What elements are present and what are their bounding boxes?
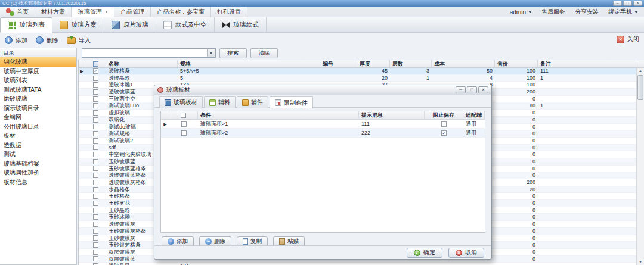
import-button[interactable]: 导入 (67, 36, 91, 45)
ribbon-tab[interactable]: 玻璃列表 (0, 17, 52, 33)
col-header-code[interactable]: 编号 (320, 60, 357, 67)
row-checkbox[interactable] (93, 180, 98, 185)
sidebar-item[interactable]: 测试 (0, 149, 76, 159)
top-tab[interactable]: 产品名称：参宝窗 (151, 7, 211, 17)
select-all-conditions-checkbox[interactable] (181, 113, 186, 118)
block-save-checkbox[interactable] (441, 130, 447, 136)
condition-row[interactable]: 玻璃面积>2222通用 (161, 129, 485, 138)
row-checkbox[interactable] (93, 117, 98, 123)
row-checkbox[interactable] (93, 194, 98, 199)
row-checkbox[interactable] (93, 103, 98, 108)
dialog-tab[interactable]: 限制条件 (270, 96, 313, 108)
row-checkbox[interactable] (93, 242, 98, 248)
sidebar-item[interactable]: 板材信息 (0, 177, 76, 187)
col-header-layers[interactable]: 层数 (390, 60, 432, 67)
dialog-minimize-icon[interactable]: ─ (456, 86, 466, 93)
row-checkbox[interactable] (93, 166, 98, 171)
sidebar-item[interactable]: 钢化玻璃 (0, 57, 76, 67)
col-header-message[interactable]: 提示消息 (359, 111, 425, 119)
dialog-tab[interactable]: 辅料 (204, 96, 236, 108)
top-tab[interactable]: 打孔设置 (211, 7, 247, 17)
close-panel-button[interactable]: ✕关闭 (617, 35, 639, 43)
ok-button[interactable]: ✓确定 (407, 248, 442, 258)
row-checkbox[interactable] (93, 96, 98, 102)
scroll-up-icon[interactable]: ▲ (637, 68, 644, 74)
row-checkbox[interactable] (93, 152, 98, 157)
col-header-note[interactable]: 备注 (538, 60, 636, 67)
sidebar-item[interactable]: 造数据 (0, 141, 76, 150)
row-checkbox[interactable] (93, 173, 98, 178)
row-checkbox[interactable] (93, 201, 98, 206)
sidebar-item[interactable]: 板材 (0, 131, 76, 141)
sidebar-item[interactable]: 玻璃属性加价 (0, 168, 76, 177)
sidebar-item[interactable]: 磨砂玻璃 (0, 94, 76, 104)
table-row[interactable]: 透玻晶彩520141001 (79, 75, 644, 82)
row-checkbox[interactable] (93, 214, 98, 220)
condition-row[interactable]: ▶玻璃面积>1111通用 (161, 120, 485, 129)
row-checkbox[interactable] (93, 82, 98, 88)
dialog-restore-icon[interactable]: □ (467, 86, 477, 93)
col-header-cost[interactable]: 成本 (432, 60, 495, 67)
col-header-condition[interactable]: 条件 (198, 111, 359, 119)
dialog-tab[interactable]: 辅件 (237, 96, 268, 108)
col-header-block-save[interactable]: 阻止保存 (425, 111, 463, 119)
vertical-scrollbar[interactable]: ▲ ▼ (636, 68, 644, 265)
row-checkbox[interactable] (93, 222, 98, 227)
row-checkbox[interactable] (181, 121, 187, 127)
user-menu[interactable]: admin (510, 9, 532, 15)
row-checkbox[interactable] (93, 68, 98, 74)
row-checkbox[interactable] (93, 138, 98, 144)
scroll-down-icon[interactable]: ▼ (637, 259, 644, 265)
col-header-thickness[interactable]: 厚度 (357, 60, 390, 67)
row-checkbox[interactable] (93, 208, 98, 213)
row-checkbox[interactable] (93, 110, 98, 116)
col-header-adapter[interactable]: 适配端 (463, 111, 485, 119)
row-checkbox[interactable] (93, 145, 98, 150)
row-checkbox[interactable] (93, 89, 98, 95)
clear-button[interactable]: 清除 (250, 48, 278, 58)
row-checkbox[interactable] (93, 250, 98, 255)
row-checkbox[interactable] (93, 76, 98, 81)
cancel-button[interactable]: ✕取消 (448, 248, 484, 258)
row-checkbox[interactable] (93, 256, 98, 261)
row-checkbox[interactable] (93, 187, 98, 192)
top-tab[interactable]: 产品管理 (114, 7, 151, 17)
maximize-icon[interactable]: □ (623, 1, 632, 6)
add-button[interactable]: +添加 (5, 36, 27, 45)
sidebar-item[interactable]: 玻璃基础档案 (0, 159, 76, 169)
scrollbar-thumb[interactable] (637, 75, 643, 100)
row-checkbox[interactable] (93, 124, 98, 129)
minimize-icon[interactable]: ─ (613, 1, 622, 6)
row-checkbox[interactable] (93, 159, 98, 164)
share-install-link[interactable]: 分享安装 (575, 8, 599, 16)
row-checkbox[interactable] (181, 130, 187, 136)
dropdown-button[interactable] (207, 49, 215, 57)
sidebar-item[interactable]: 玻璃列表 (0, 76, 76, 85)
dialog-close-icon[interactable]: ✕ (478, 86, 488, 93)
sidebar-item[interactable]: 公用玻璃目录 (0, 122, 76, 132)
ribbon-tab[interactable]: 款式及中空 (156, 17, 215, 33)
ribbon-tab[interactable]: 玻璃方案 (52, 17, 104, 33)
row-checkbox[interactable] (93, 235, 98, 241)
row-checkbox[interactable] (93, 131, 98, 136)
after-sales-link[interactable]: 售后服务 (541, 8, 565, 16)
top-tab[interactable]: 材料方案 (35, 7, 72, 17)
sidebar-item[interactable]: 测试玻璃TATA (0, 85, 76, 95)
dialog-tab[interactable]: 玻璃板材 (159, 96, 203, 108)
ribbon-tab[interactable]: 玻璃款式 (215, 17, 267, 33)
sidebar-item[interactable]: 金钢网 (0, 113, 76, 122)
ribbon-tab[interactable]: 原片玻璃 (104, 17, 156, 33)
search-input[interactable] (83, 49, 207, 57)
block-save-checkbox[interactable] (441, 121, 447, 127)
close-tab-icon[interactable]: × (105, 9, 108, 15)
delete-button[interactable]: −删除 (36, 36, 58, 45)
col-header-price[interactable]: 售价 (495, 60, 538, 67)
close-icon[interactable]: ✕ (633, 1, 642, 6)
top-tab[interactable]: 首页 (0, 7, 35, 17)
table-row[interactable]: ▶透玻格条5+5A+545350100111 (79, 68, 644, 75)
bind-phone-menu[interactable]: 绑定手机 (608, 8, 638, 16)
top-tab[interactable]: 玻璃管理× (72, 7, 114, 17)
row-checkbox[interactable] (93, 229, 98, 234)
sidebar-item[interactable]: 演示玻璃目录 (0, 104, 76, 113)
select-all-checkbox[interactable] (93, 61, 98, 67)
